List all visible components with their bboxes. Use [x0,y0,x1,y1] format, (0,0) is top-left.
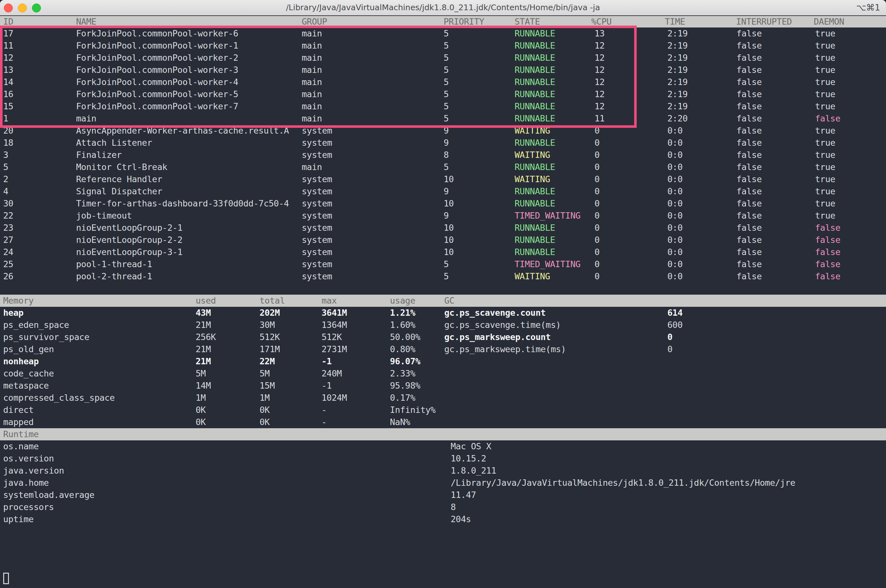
thread-group: system [302,234,332,246]
thread-state: RUNNABLE [515,137,555,149]
thread-daemon: true [815,198,835,210]
thread-name: ForkJoinPool.commonPool-worker-6 [76,27,238,40]
memory-used: 5M [195,368,206,380]
thread-name: Signal Dispatcher [76,185,162,198]
column-header-time: TIME [665,16,685,27]
thread-group: main [302,52,322,64]
thread-row: 1mainmain5RUNNABLE112:20falsefalse [0,112,886,124]
runtime-property-value: 10.15.2 [451,453,486,465]
runtime-property-name: uptime [3,513,33,525]
thread-id: 2 [3,173,8,185]
thread-id: 11 [3,40,14,52]
thread-interrupted: false [736,124,762,137]
thread-interrupted: false [736,100,762,112]
thread-state: RUNNABLE [515,76,555,88]
thread-time: 2:19 [667,100,688,112]
thread-interrupted: false [736,173,762,185]
thread-time: 0:0 [667,246,683,258]
thread-id: 1 [3,112,8,124]
runtime-row: os.nameMac OS X [0,440,886,453]
column-header-gc: GC [444,295,455,307]
thread-group: system [302,198,332,210]
thread-group: main [302,76,322,88]
thread-state: RUNNABLE [515,64,555,76]
runtime-property-name: processors [3,501,54,513]
thread-name: ForkJoinPool.commonPool-worker-4 [76,76,238,88]
terminal-cursor[interactable] [3,573,9,584]
thread-interrupted: false [736,76,762,88]
gc-metric-name: gc.ps_marksweep.count [444,331,551,343]
thread-priority: 9 [444,185,449,198]
memory-row: code_cache5M5M240M2.33% [0,368,886,380]
runtime-property-value: 11.47 [451,489,476,501]
thread-state: RUNNABLE [515,161,555,173]
thread-cpu: 0 [595,198,600,210]
thread-id: 20 [3,124,14,137]
thread-id: 12 [3,52,14,64]
thread-interrupted: false [736,137,762,149]
thread-row: 26pool-2-thread-1system5WAITING00:0false… [0,270,886,282]
thread-daemon: false [815,234,840,246]
thread-interrupted: false [736,88,762,100]
thread-name: AsyncAppender-Worker-arthas-cache.result… [76,124,289,137]
thread-row: 13ForkJoinPool.commonPool-worker-3main5R… [0,64,886,76]
thread-group: system [302,258,332,270]
thread-daemon: true [815,173,835,185]
thread-name: pool-2-thread-1 [76,270,152,282]
thread-group: system [302,173,332,185]
thread-id: 26 [3,270,14,282]
thread-state: RUNNABLE [515,52,555,64]
thread-time: 0:0 [667,161,683,173]
thread-state: RUNNABLE [515,198,555,210]
thread-time: 2:19 [667,88,688,100]
terminal-content: IDNAMEGROUPPRIORITYSTATE%CPUTIMEINTERRUP… [0,15,886,588]
thread-state: RUNNABLE [515,88,555,100]
thread-priority: 5 [444,112,449,124]
thread-time: 0:0 [667,124,683,137]
terminal-window: /Library/Java/JavaVirtualMachines/jdk1.8… [0,0,886,588]
thread-cpu: 0 [595,246,600,258]
thread-daemon: true [815,40,835,52]
runtime-property-value: /Library/Java/JavaVirtualMachines/jdk1.8… [451,477,795,489]
memory-row: compressed_class_space1M1M1024M0.17% [0,392,886,404]
thread-state: RUNNABLE [515,27,555,40]
thread-interrupted: false [736,246,762,258]
thread-state: TIMED_WAITING [515,210,580,222]
thread-cpu: 12 [595,88,605,100]
thread-cpu: 0 [595,149,600,161]
thread-priority: 9 [444,210,449,222]
runtime-property-name: java.version [3,465,64,477]
thread-id: 5 [3,161,8,173]
memory-row: direct0K0K-Infinity% [0,404,886,416]
thread-time: 0:0 [667,222,683,234]
thread-daemon: true [815,137,835,149]
thread-interrupted: false [736,258,762,270]
gc-row: gc.ps_scavenge.time(ms)600 [0,319,886,331]
thread-row: 22job-timeoutsystem9TIMED_WAITING00:0fal… [0,210,886,222]
window-titlebar[interactable]: /Library/Java/JavaVirtualMachines/jdk1.8… [0,0,886,16]
runtime-property-name: os.version [3,453,54,465]
thread-interrupted: false [736,40,762,52]
thread-name: nioEventLoopGroup-3-1 [76,246,183,258]
thread-group: main [302,88,322,100]
thread-id: 15 [3,100,14,112]
memory-max: 1024M [321,392,347,404]
thread-interrupted: false [736,27,762,40]
column-header-max: max [321,295,337,307]
thread-id: 17 [3,27,14,40]
thread-name: ForkJoinPool.commonPool-worker-5 [76,88,238,100]
thread-priority: 10 [444,198,454,210]
thread-group: main [302,64,322,76]
thread-cpu: 0 [595,185,600,198]
thread-time: 2:19 [667,40,688,52]
thread-group: system [302,149,332,161]
thread-name: Monitor Ctrl-Break [76,161,167,173]
thread-priority: 5 [444,258,449,270]
thread-daemon: false [815,270,840,282]
thread-priority: 10 [444,246,454,258]
runtime-property-value: 204s [451,513,471,525]
thread-name: Attach Listener [76,137,152,149]
thread-daemon: true [815,27,835,40]
thread-group: main [302,112,322,124]
thread-state: WAITING [515,173,550,185]
